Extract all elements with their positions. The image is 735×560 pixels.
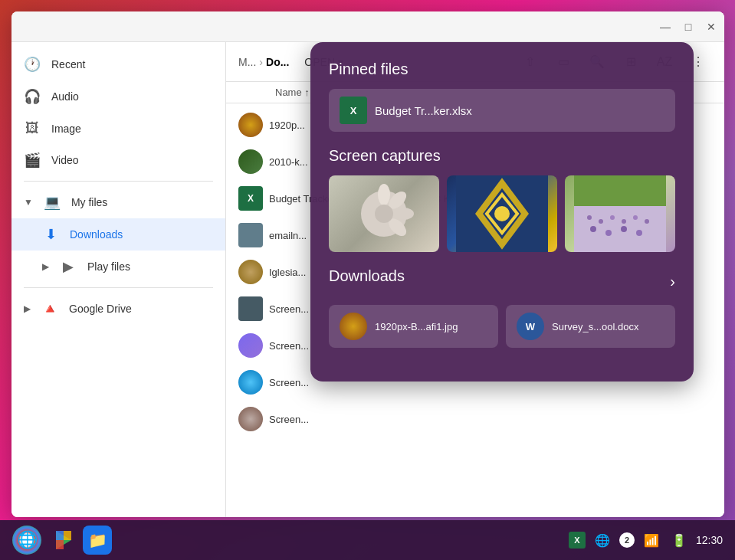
download-chip-1[interactable]: 1920px-B...afi1.jpg — [329, 305, 498, 348]
laptop-icon: 💻 — [44, 194, 61, 211]
main-area: 🕐 Recent 🎧 Audio 🖼 Image 🎬 Video ▼ 💻 My … — [11, 42, 724, 517]
expand-arrow-playfiles: ▶ — [42, 261, 49, 272]
downloads-chips: 1920px-B...afi1.jpg W Survey_s...ool.doc… — [329, 305, 675, 348]
title-bar: — □ ✕ — [11, 11, 724, 42]
taskbar-battery-icon[interactable]: 🔋 — [668, 529, 690, 551]
svg-point-9 — [494, 206, 510, 221]
file-thumb-2 — [238, 149, 263, 174]
excel-icon: X — [340, 97, 367, 124]
downloads-section: Downloads › 1920px-B...afi1.jpg W Survey… — [329, 267, 675, 348]
title-bar-buttons: — □ ✕ — [658, 20, 718, 34]
svg-point-3 — [392, 208, 414, 220]
sidebar-label-downloads: Downloads — [70, 228, 123, 241]
taskbar-excel-sys-icon[interactable]: X — [569, 532, 586, 549]
taskbar-chrome-icon[interactable]: 🌐 — [12, 526, 41, 555]
dl-name-1: 1920px-B...afi1.jpg — [375, 321, 458, 332]
sidebar-item-image[interactable]: 🖼 Image — [11, 113, 225, 144]
sidebar-label-playfiles: Play files — [87, 260, 130, 273]
svg-point-14 — [610, 215, 615, 220]
breadcrumb: M... › Do... — [238, 56, 289, 68]
capture-thumb-1[interactable] — [329, 175, 439, 252]
svg-rect-10 — [574, 175, 666, 206]
image-icon: 🖼 — [24, 120, 41, 136]
table-row[interactable]: Screen... — [226, 401, 724, 437]
file-thumb-9 — [238, 407, 263, 431]
file-thumb-4 — [238, 223, 263, 247]
download-chip-2[interactable]: W Survey_s...ool.docx — [506, 305, 675, 348]
expand-arrow-gdrive: ▶ — [24, 303, 31, 314]
sidebar-label-gdrive: Google Drive — [69, 303, 132, 315]
svg-point-18 — [590, 226, 596, 232]
capture-thumb-3[interactable] — [565, 175, 675, 252]
maximize-button[interactable]: □ — [681, 20, 695, 34]
sidebar-item-playfiles[interactable]: ▶ ▶ Play files — [11, 251, 225, 283]
taskbar-files-icon[interactable]: 📁 — [83, 526, 112, 555]
downloads-header: Downloads › — [329, 267, 675, 296]
taskbar-apps: 🌐 📁 — [12, 526, 569, 555]
video-icon: 🎬 — [24, 152, 41, 169]
expand-arrow-myfiles: ▼ — [24, 197, 33, 208]
close-button[interactable]: ✕ — [704, 20, 718, 34]
overlay-panel: Pinned files X Budget Tr...ker.xlsx Scre… — [310, 42, 694, 382]
sort-icon: ↑ — [304, 87, 310, 98]
sidebar-label-video: Video — [51, 154, 79, 166]
file-thumb-7 — [238, 333, 263, 358]
sidebar-item-myfiles[interactable]: ▼ 💻 My files — [11, 186, 225, 218]
audio-icon: 🎧 — [24, 88, 41, 105]
svg-point-16 — [633, 215, 638, 220]
pinned-files-section: Pinned files X Budget Tr...ker.xlsx — [329, 61, 675, 132]
file-manager-window: — □ ✕ 🕐 Recent 🎧 Audio 🖼 Image 🎬 Video — [11, 11, 724, 517]
breadcrumb-parent[interactable]: M... — [238, 56, 256, 68]
gdrive-icon: 🔺 — [41, 300, 58, 317]
downloads-arrow-icon[interactable]: › — [670, 273, 675, 290]
svg-point-20 — [621, 226, 627, 232]
minimize-button[interactable]: — — [658, 20, 672, 34]
dl-icon-2: W — [517, 313, 544, 340]
svg-marker-24 — [56, 540, 64, 549]
taskbar-notification-badge[interactable]: 2 — [619, 532, 635, 548]
file-thumb-1 — [238, 113, 263, 137]
file-thumb-6 — [238, 296, 263, 321]
breadcrumb-current: Do... — [266, 56, 289, 68]
taskbar-network-icon[interactable]: 🌐 — [592, 529, 613, 551]
captures-grid — [329, 175, 675, 252]
svg-point-5 — [375, 205, 393, 223]
taskbar-right: X 🌐 2 📶 🔋 12:30 — [569, 529, 723, 551]
capture-thumb-2[interactable] — [447, 175, 557, 252]
dl-icon-1 — [340, 313, 367, 340]
svg-point-1 — [378, 184, 390, 205]
svg-point-12 — [587, 215, 592, 220]
breadcrumb-separator: › — [259, 56, 263, 68]
sidebar-item-gdrive[interactable]: ▶ 🔺 Google Drive — [11, 293, 225, 325]
screen-captures-title: Screen captures — [329, 147, 675, 165]
pinned-file-name: Budget Tr...ker.xlsx — [375, 104, 472, 117]
svg-point-17 — [645, 219, 649, 224]
svg-point-13 — [599, 219, 603, 224]
sidebar-label-audio: Audio — [51, 90, 79, 103]
sidebar-item-recent[interactable]: 🕐 Recent — [11, 48, 225, 80]
pinned-files-title: Pinned files — [329, 61, 675, 78]
downloads-title: Downloads — [329, 267, 405, 285]
file-thumb-5 — [238, 260, 263, 284]
sidebar-item-audio[interactable]: 🎧 Audio — [11, 80, 225, 113]
sidebar-label-image: Image — [51, 123, 81, 135]
recent-icon: 🕐 — [24, 56, 41, 73]
sidebar-item-video[interactable]: 🎬 Video — [11, 144, 225, 176]
pinned-file-chip[interactable]: X Budget Tr...ker.xlsx — [329, 89, 675, 132]
taskbar-wifi-icon[interactable]: 📶 — [641, 529, 662, 551]
sidebar-label-myfiles: My files — [71, 196, 107, 208]
dl-name-2: Survey_s...ool.docx — [552, 321, 638, 332]
taskbar-play-icon[interactable] — [48, 526, 77, 555]
svg-point-21 — [636, 230, 642, 236]
svg-point-19 — [605, 230, 612, 236]
svg-rect-11 — [574, 206, 666, 252]
svg-marker-23 — [56, 531, 64, 540]
sidebar-label-recent: Recent — [51, 58, 85, 70]
sidebar-item-downloads[interactable]: ⬇ Downloads — [11, 218, 225, 251]
sidebar-divider-2 — [24, 287, 213, 288]
content-area: M... › Do... OPEN ▾ ⇧ ▭ 🔍 ⊞ AZ ⋮ — [226, 42, 724, 517]
file-thumb-8 — [238, 370, 263, 395]
taskbar-time: 12:30 — [696, 534, 723, 546]
play-icon: ▶ — [60, 258, 77, 275]
file-name-9: Screen... — [269, 414, 423, 425]
